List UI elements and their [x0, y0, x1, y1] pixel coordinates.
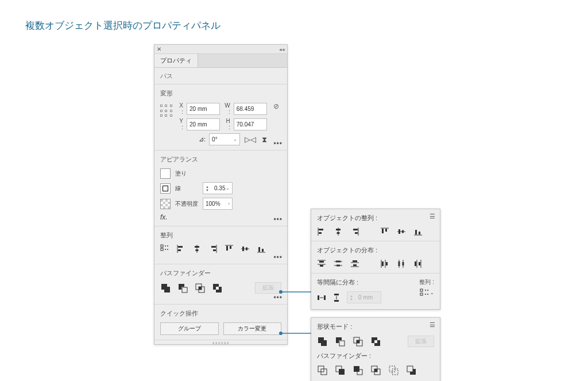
svg-rect-23 — [262, 249, 264, 252]
align-top-icon[interactable] — [225, 244, 234, 253]
hdist-right-icon[interactable] — [413, 259, 423, 268]
stroke-swatch[interactable] — [160, 183, 171, 194]
x-label: X : — [178, 102, 183, 115]
chevron-down-icon[interactable]: ⌄ — [233, 137, 237, 142]
fill-swatch[interactable] — [160, 168, 171, 179]
collapse-icon[interactable]: ◂◂ — [279, 47, 285, 52]
chevron-down-icon[interactable]: ⌄ — [226, 186, 230, 191]
svg-rect-20 — [246, 248, 247, 251]
expand-button: 拡張 — [255, 282, 281, 294]
pf-outline-icon[interactable] — [388, 365, 399, 375]
svg-point-86 — [427, 294, 428, 295]
align-hcenter-icon[interactable] — [334, 227, 343, 236]
constrain-proportions-icon[interactable]: ⊘ — [272, 102, 281, 110]
vdist-center-icon[interactable] — [334, 259, 343, 268]
pf-unite-icon[interactable] — [160, 283, 171, 293]
svg-rect-100 — [354, 366, 359, 372]
pf-intersect-icon[interactable] — [353, 336, 363, 347]
w-field[interactable]: 68.459 — [234, 103, 267, 115]
appearance-title: アピアランス — [160, 155, 281, 164]
chevron-right-icon[interactable]: › — [228, 201, 230, 206]
x-field[interactable]: 20 mm — [187, 103, 220, 115]
hdist-left-icon[interactable] — [380, 259, 389, 268]
connector-line — [279, 290, 311, 291]
h-field[interactable]: 70.047 — [234, 118, 267, 130]
h-label: H : — [223, 118, 230, 130]
panel-menu-icon[interactable]: ☰ — [430, 321, 435, 329]
object-type-label: パス — [154, 68, 287, 84]
y-field[interactable]: 20 mm — [187, 118, 220, 130]
align-vcenter-icon[interactable] — [397, 227, 406, 236]
pf-exclude-icon[interactable] — [370, 336, 381, 347]
align-left-icon[interactable] — [317, 227, 326, 236]
svg-rect-25 — [164, 287, 170, 293]
flip-horizontal-icon[interactable]: ▷◁ — [245, 135, 256, 144]
pathfinder-ops-title: パスファインダー : — [317, 352, 434, 360]
svg-rect-17 — [230, 246, 231, 249]
align-vcenter-icon[interactable] — [241, 244, 250, 253]
more-options-transform[interactable]: ••• — [273, 140, 283, 148]
svg-rect-8 — [178, 249, 181, 251]
rotate-value: 0° — [212, 136, 218, 143]
opacity-field[interactable]: 100% › — [203, 198, 233, 210]
effects-button[interactable]: fx. — [160, 213, 281, 221]
more-options-pathfinder[interactable]: ••• — [273, 294, 283, 302]
more-options-align[interactable]: ••• — [273, 253, 283, 261]
section-transform: 変形 X : 20 mm W : 68.459 Y : 20 mm H : 70… — [154, 84, 287, 150]
svg-rect-38 — [337, 232, 340, 234]
more-options-appearance[interactable]: ••• — [273, 215, 283, 224]
svg-point-5 — [167, 249, 168, 250]
align-to-selector[interactable]: ⌄ — [420, 288, 434, 297]
pf-minus-front-icon[interactable] — [177, 283, 188, 293]
pf-unite-icon[interactable] — [317, 336, 327, 347]
w-label: W : — [223, 102, 230, 115]
vdist-space-icon[interactable] — [332, 293, 341, 302]
svg-rect-73 — [419, 262, 420, 265]
svg-rect-79 — [334, 300, 339, 302]
connector-line — [279, 332, 311, 333]
pf-intersect-icon[interactable] — [195, 283, 205, 293]
panel-menu-icon[interactable]: ☰ — [430, 213, 435, 220]
align-to-selector-icon[interactable] — [160, 244, 169, 253]
align-left-icon[interactable] — [176, 244, 185, 253]
opacity-swatch[interactable] — [160, 199, 171, 209]
svg-rect-68 — [399, 261, 400, 266]
pf-minus-back-icon[interactable] — [406, 365, 416, 375]
transform-title: 変形 — [160, 89, 281, 98]
close-icon[interactable]: ✕ — [157, 46, 161, 52]
rotate-field[interactable]: 0° ⌄ — [209, 133, 240, 145]
svg-rect-40 — [353, 229, 358, 230]
svg-point-83 — [425, 290, 426, 291]
align-bottom-icon[interactable] — [257, 244, 266, 253]
flip-vertical-icon[interactable]: ⧗ — [262, 135, 267, 144]
align-hcenter-icon[interactable] — [192, 244, 202, 253]
hdist-center-icon[interactable] — [397, 259, 406, 268]
pf-minus-front-icon[interactable] — [335, 336, 345, 347]
align-right-icon[interactable] — [208, 244, 218, 253]
stroke-weight-field[interactable]: ▲▼ 0.35 ⌄ — [203, 182, 233, 194]
pf-merge-icon[interactable] — [353, 365, 363, 375]
distribute-objects-title: オブジェクトの分布 : — [317, 246, 434, 255]
pf-trim-icon[interactable] — [335, 365, 345, 375]
svg-rect-7 — [178, 246, 183, 248]
recolor-button[interactable]: カラー変更 — [223, 322, 282, 335]
vdist-top-icon[interactable] — [317, 259, 326, 268]
pf-exclude-icon[interactable] — [212, 283, 222, 293]
align-bottom-icon[interactable] — [413, 227, 423, 236]
resize-grip[interactable]: ▮▮▮▮▮▮ — [154, 340, 287, 344]
group-button[interactable]: グループ — [160, 322, 219, 335]
pathfinder-panel-popout: ☰ 形状モード : 拡張 パスファインダー : — [311, 317, 440, 381]
align-right-icon[interactable] — [350, 227, 359, 236]
shape-mode-title: 形状モード : — [317, 322, 434, 331]
svg-rect-103 — [374, 369, 377, 372]
pf-divide-icon[interactable] — [317, 365, 327, 375]
reference-point-widget[interactable] — [160, 105, 173, 118]
opacity-label: 不透明度 — [175, 200, 198, 208]
align-top-icon[interactable] — [380, 227, 389, 236]
svg-point-2 — [165, 245, 166, 247]
vdist-bottom-icon[interactable] — [350, 259, 359, 268]
hdist-space-icon[interactable] — [317, 293, 326, 302]
svg-point-85 — [425, 294, 426, 295]
tab-properties[interactable]: プロパティ — [154, 54, 198, 67]
pf-crop-icon[interactable] — [370, 365, 381, 375]
